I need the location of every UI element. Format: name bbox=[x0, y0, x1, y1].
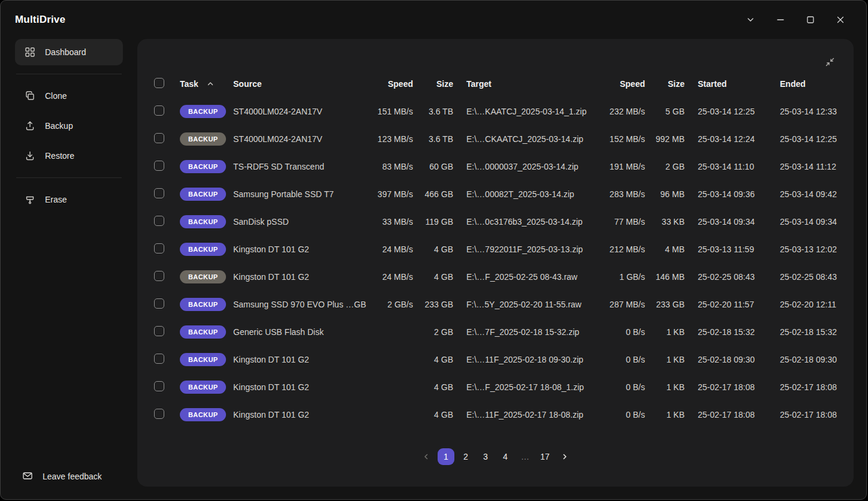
table-row[interactable]: BACKUP ST4000LM024-2AN17V 151 MB/s 3.6 T… bbox=[137, 98, 854, 125]
row-checkbox[interactable] bbox=[154, 409, 164, 419]
target-speed-cell: 0 B/s bbox=[599, 327, 645, 337]
target-cell: E:\…F_2025-02-25 08-43.raw bbox=[453, 272, 599, 282]
select-all-checkbox[interactable] bbox=[154, 78, 164, 88]
row-checkbox[interactable] bbox=[154, 271, 164, 281]
ended-cell: 25-02-17 18:08 bbox=[780, 410, 837, 419]
started-cell: 25-03-14 12:25 bbox=[685, 107, 780, 116]
header-ended[interactable]: Ended bbox=[780, 79, 837, 89]
page-button[interactable]: 1 bbox=[438, 448, 454, 465]
leave-feedback-button[interactable]: Leave feedback bbox=[15, 463, 123, 490]
target-cell: E:\…0000037_2025-03-14.zip bbox=[453, 162, 599, 171]
header-target[interactable]: Target bbox=[453, 79, 599, 89]
ended-cell: 25-02-18 09:30 bbox=[780, 355, 837, 364]
backup-upload-icon bbox=[25, 120, 35, 131]
table-row[interactable]: BACKUP Kingston DT 101 G2 4 GB E:\…11F_2… bbox=[137, 346, 854, 373]
header-started[interactable]: Started bbox=[685, 79, 780, 89]
started-cell: 25-02-17 18:08 bbox=[685, 410, 780, 419]
collapse-panel-icon[interactable] bbox=[822, 55, 837, 69]
target-size-cell: 4 MB bbox=[645, 245, 685, 254]
table-row[interactable]: BACKUP TS-RDF5 SD Transcend 83 MB/s 60 G… bbox=[137, 153, 854, 180]
page-button[interactable]: 2 bbox=[457, 448, 474, 465]
sidebar-item-label: Clone bbox=[45, 91, 67, 101]
page-button[interactable]: 3 bbox=[477, 448, 494, 465]
app-title: MultiDrive bbox=[15, 14, 65, 26]
previous-page-icon[interactable] bbox=[418, 448, 435, 465]
size-cell: 2 GB bbox=[413, 327, 453, 337]
sidebar-item-erase[interactable]: Erase bbox=[15, 186, 123, 213]
speed-cell: 24 MB/s bbox=[371, 272, 413, 282]
size-cell: 119 GB bbox=[413, 217, 453, 227]
page-button[interactable]: 17 bbox=[537, 448, 553, 465]
target-size-cell: 233 GB bbox=[645, 300, 685, 309]
table-row[interactable]: BACKUP Kingston DT 101 G2 24 MB/s 4 GB E… bbox=[137, 236, 854, 263]
target-size-cell: 33 KB bbox=[645, 217, 685, 227]
target-speed-cell: 0 B/s bbox=[599, 382, 645, 392]
row-checkbox[interactable] bbox=[154, 105, 164, 116]
ended-cell: 25-02-17 18:08 bbox=[780, 382, 837, 392]
sidebar-item-dashboard[interactable]: Dashboard bbox=[15, 39, 123, 65]
target-cell: E:\…7922011F_2025-03-13.zip bbox=[453, 245, 599, 254]
table-row[interactable]: BACKUP SanDisk pSSD 33 MB/s 119 GB E:\…0… bbox=[137, 208, 854, 236]
table-row[interactable]: BACKUP Kingston DT 101 G2 24 MB/s 4 GB E… bbox=[137, 263, 854, 291]
sidebar-item-clone[interactable]: Clone bbox=[15, 83, 123, 109]
table-row[interactable]: BACKUP Samsung Portable SSD T7 397 MB/s … bbox=[137, 180, 854, 208]
sort-ascending-icon[interactable] bbox=[207, 80, 214, 87]
row-checkbox[interactable] bbox=[154, 354, 164, 364]
table-row[interactable]: BACKUP Kingston DT 101 G2 4 GB E:\…F_202… bbox=[137, 373, 854, 401]
table-row[interactable]: BACKUP Generic USB Flash Disk 2 GB E:\…7… bbox=[137, 318, 854, 346]
sidebar-item-restore[interactable]: Restore bbox=[15, 143, 123, 169]
started-cell: 25-02-20 11:57 bbox=[685, 300, 780, 309]
row-checkbox[interactable] bbox=[154, 243, 164, 253]
header-speed-2[interactable]: Speed bbox=[599, 79, 645, 89]
target-size-cell: 1 KB bbox=[645, 382, 685, 392]
size-cell: 3.6 TB bbox=[413, 107, 453, 116]
minimize-button[interactable] bbox=[771, 11, 789, 29]
row-checkbox[interactable] bbox=[154, 161, 164, 171]
table-row[interactable]: BACKUP ST4000LM024-2AN17V 123 MB/s 3.6 T… bbox=[137, 125, 854, 153]
clone-copy-icon bbox=[25, 90, 35, 101]
sidebar-item-label: Dashboard bbox=[45, 47, 86, 57]
started-cell: 25-02-25 08:43 bbox=[685, 272, 780, 282]
chevron-down-icon[interactable] bbox=[742, 11, 760, 29]
source-cell: TS-RDF5 SD Transcend bbox=[233, 162, 371, 171]
task-badge: BACKUP bbox=[180, 408, 226, 421]
task-badge: BACKUP bbox=[180, 105, 226, 118]
source-cell: SanDisk pSSD bbox=[233, 217, 371, 227]
target-cell: E:\…11F_2025-02-17 18-08.zip bbox=[453, 410, 599, 419]
page-button[interactable]: 4 bbox=[497, 448, 514, 465]
header-size[interactable]: Size bbox=[413, 79, 453, 89]
row-checkbox[interactable] bbox=[154, 188, 164, 198]
task-badge: BACKUP bbox=[180, 381, 226, 394]
target-speed-cell: 152 MB/s bbox=[599, 134, 645, 144]
row-checkbox[interactable] bbox=[154, 326, 164, 336]
row-checkbox[interactable] bbox=[154, 298, 164, 309]
speed-cell: 397 MB/s bbox=[371, 189, 413, 199]
started-cell: 25-03-14 09:34 bbox=[685, 217, 780, 227]
header-speed[interactable]: Speed bbox=[371, 79, 413, 89]
ended-cell: 25-03-14 12:25 bbox=[780, 134, 837, 144]
target-size-cell: 146 MB bbox=[645, 272, 685, 282]
table-row[interactable]: BACKUP Kingston DT 101 G2 4 GB E:\…11F_2… bbox=[137, 401, 854, 428]
sidebar-item-backup[interactable]: Backup bbox=[15, 113, 123, 139]
header-size-2[interactable]: Size bbox=[645, 79, 685, 89]
table-body: BACKUP ST4000LM024-2AN17V 151 MB/s 3.6 T… bbox=[137, 98, 854, 428]
next-page-icon[interactable] bbox=[556, 448, 573, 465]
size-cell: 4 GB bbox=[413, 245, 453, 254]
started-cell: 25-03-13 11:59 bbox=[685, 245, 780, 254]
row-checkbox[interactable] bbox=[154, 381, 164, 391]
row-checkbox[interactable] bbox=[154, 133, 164, 143]
target-size-cell: 5 GB bbox=[645, 107, 685, 116]
sidebar: Dashboard Clone Backup Restore bbox=[1, 39, 137, 500]
target-speed-cell: 191 MB/s bbox=[599, 162, 645, 171]
header-task[interactable]: Task bbox=[180, 79, 198, 89]
ended-cell: 25-02-20 12:11 bbox=[780, 300, 837, 309]
source-cell: Kingston DT 101 G2 bbox=[233, 245, 371, 254]
target-cell: E:\…00082T_2025-03-14.zip bbox=[453, 189, 599, 199]
header-source[interactable]: Source bbox=[233, 79, 371, 89]
started-cell: 25-02-18 09:30 bbox=[685, 355, 780, 364]
started-cell: 25-03-14 11:10 bbox=[685, 162, 780, 171]
maximize-button[interactable] bbox=[801, 11, 819, 29]
close-button[interactable] bbox=[831, 11, 849, 29]
row-checkbox[interactable] bbox=[154, 216, 164, 226]
table-row[interactable]: BACKUP Samsung SSD 970 EVO Plus …GB 2 GB… bbox=[137, 291, 854, 318]
